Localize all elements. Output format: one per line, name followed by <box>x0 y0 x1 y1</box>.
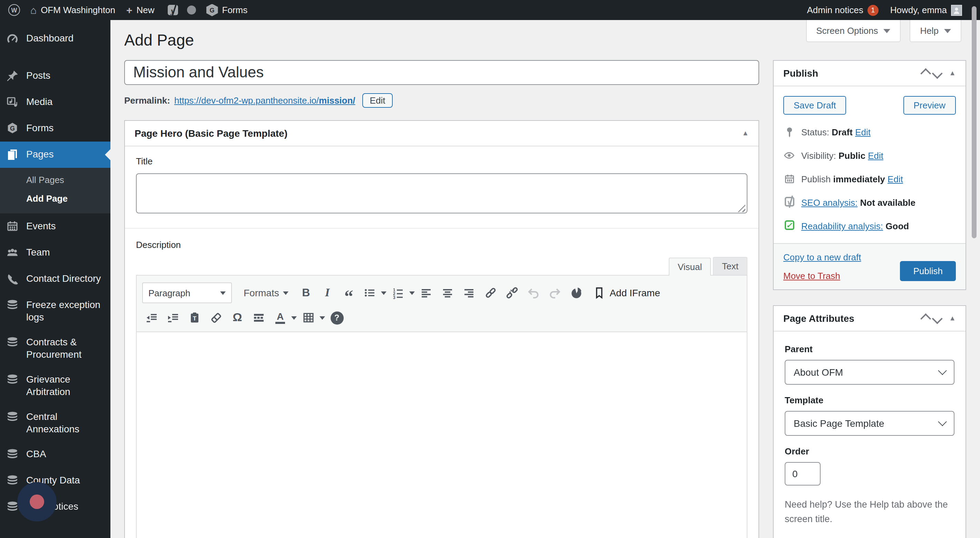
align-right-button[interactable] <box>460 284 479 302</box>
sidebar-subitem-add-page[interactable]: Add Page <box>0 189 110 208</box>
collapse-toggle-icon[interactable]: ▲ <box>949 70 956 77</box>
undo-button[interactable] <box>524 284 544 302</box>
admin-notices-label: Admin notices <box>807 5 863 15</box>
pie-chart-button[interactable] <box>567 284 586 302</box>
chevron-down-icon <box>381 291 387 295</box>
sidebar-item-forms[interactable]: G Forms <box>0 115 110 142</box>
site-home-link[interactable]: ⌂ OFM Washinghton <box>30 5 115 15</box>
text-color-button[interactable]: A <box>270 309 297 327</box>
gravity-forms-menu[interactable]: G Forms <box>206 4 248 16</box>
editor-toolbar: Paragraph Formats B I “ <box>137 276 747 332</box>
edit-status-link[interactable]: Edit <box>855 127 870 137</box>
preview-button[interactable]: Preview <box>904 96 956 115</box>
template-select[interactable]: Basic Page Template <box>785 411 955 436</box>
save-draft-button[interactable]: Save Draft <box>783 96 846 115</box>
sidebar-item-team[interactable]: Team <box>0 239 110 266</box>
sidebar-item-contracts-procurement[interactable]: Contracts & Procurement <box>0 329 110 367</box>
parent-select[interactable]: About OFM <box>785 360 955 385</box>
screen-options-label: Screen Options <box>816 26 878 36</box>
formats-dropdown[interactable]: Formats <box>238 284 294 302</box>
tab-visual[interactable]: Visual <box>669 258 711 276</box>
sidebar-subitem-all-pages[interactable]: All Pages <box>0 171 110 189</box>
sidebar-item-freeze-exception-logs[interactable]: Freeze exception logs <box>0 292 110 329</box>
edit-permalink-button[interactable]: Edit <box>362 93 393 108</box>
new-content-menu[interactable]: + New <box>126 5 154 15</box>
page-attributes-header[interactable]: Page Attributes ▲ <box>774 306 966 332</box>
sidebar-item-label: Central Annexations <box>26 410 105 435</box>
unlink-button[interactable] <box>503 284 522 302</box>
sidebar-item-contact-directory[interactable]: Contact Directory <box>0 266 110 292</box>
move-up-icon[interactable] <box>920 313 931 324</box>
keyboard-shortcuts-help-button[interactable]: ? <box>327 309 347 327</box>
editor-content-area[interactable] <box>137 332 747 538</box>
special-character-button[interactable]: Ω <box>228 309 247 327</box>
indent-button[interactable] <box>164 309 183 327</box>
page-hero-header[interactable]: Page Hero (Basic Page Template) ▲ <box>125 121 759 147</box>
admin-notices-menu[interactable]: Admin notices 1 <box>807 5 878 16</box>
table-button[interactable] <box>299 309 325 327</box>
clear-formatting-button[interactable] <box>206 309 226 327</box>
post-title-input[interactable] <box>124 60 759 85</box>
redo-button[interactable] <box>546 284 565 302</box>
wordpress-logo-menu[interactable]: W <box>8 4 20 16</box>
read-more-button[interactable] <box>249 309 269 327</box>
screen-options-tab[interactable]: Screen Options <box>806 20 900 42</box>
parent-select-value: About OFM <box>794 367 843 378</box>
sidebar-item-pages[interactable]: Pages <box>0 142 110 168</box>
italic-button[interactable]: I <box>318 284 337 302</box>
readability-analysis-link[interactable]: Readability analysis: <box>801 221 883 231</box>
move-to-trash-link[interactable]: Move to Trash <box>783 271 861 281</box>
collapse-toggle-icon[interactable]: ▲ <box>949 315 956 322</box>
numbered-list-button[interactable]: 123 <box>389 284 415 302</box>
publish-button[interactable]: Publish <box>900 261 956 281</box>
sidebar-item-media[interactable]: Media <box>0 89 110 115</box>
outdent-button[interactable] <box>142 309 161 327</box>
text-color-letter: A <box>277 311 284 321</box>
edit-visibility-link[interactable]: Edit <box>868 150 883 161</box>
copy-to-new-draft-link[interactable]: Copy to a new draft <box>783 252 861 262</box>
sidebar-item-posts[interactable]: Posts <box>0 63 110 89</box>
editor-column: Permalink: https://dev-ofm2-wp.pantheons… <box>124 60 759 538</box>
sidebar-item-events[interactable]: Events <box>0 213 110 239</box>
collapse-toggle-icon[interactable]: ▲ <box>742 130 749 137</box>
blockquote-button[interactable]: “ <box>339 280 358 306</box>
permalink-link[interactable]: https://dev-ofm2-wp.pantheonsite.io/miss… <box>174 95 355 106</box>
sidebar-item-county-data[interactable]: County Data <box>0 468 110 494</box>
sidebar-item-cba[interactable]: CBA <box>0 441 110 468</box>
scrollbar-thumb[interactable] <box>972 6 977 238</box>
align-center-button[interactable] <box>439 284 458 302</box>
status-row: Status: Draft Edit <box>783 126 956 138</box>
admin-menu: Dashboard Posts Media G Forms <box>0 20 110 538</box>
notification-dot[interactable] <box>187 6 196 14</box>
hero-title-textarea[interactable] <box>136 173 748 213</box>
my-account-menu[interactable]: Howdy, emma <box>890 5 962 16</box>
sidebar-item-partially-hidden[interactable]: rance <box>0 532 110 538</box>
move-up-icon[interactable] <box>920 68 931 78</box>
seo-analysis-link[interactable]: SEO analysis: <box>801 198 858 208</box>
phone-icon <box>6 272 19 286</box>
add-iframe-button[interactable]: Add IFrame <box>592 286 660 300</box>
add-iframe-label: Add IFrame <box>610 287 660 299</box>
tab-text[interactable]: Text <box>713 257 748 275</box>
move-down-icon[interactable] <box>932 68 943 78</box>
sidebar-item-dashboard[interactable]: Dashboard <box>0 26 110 52</box>
sidebar-item-central-annexations[interactable]: Central Annexations <box>0 404 110 441</box>
edit-schedule-link[interactable]: Edit <box>888 174 903 184</box>
chevron-down-icon <box>283 291 289 295</box>
sidebar-item-label: Contact Directory <box>26 272 101 284</box>
sidebar-item-grievance-arbitration[interactable]: Grievance Arbitration <box>0 367 110 404</box>
order-input[interactable] <box>785 462 821 485</box>
yoast-admin-bar-menu[interactable]: y <box>168 5 178 15</box>
publish-header[interactable]: Publish ▲ <box>774 61 966 86</box>
plus-icon: + <box>126 5 132 15</box>
media-icon <box>6 95 19 109</box>
paste-as-text-button[interactable]: T <box>185 309 204 327</box>
bold-button[interactable]: B <box>296 284 316 302</box>
help-tab[interactable]: Help <box>910 20 962 42</box>
paragraph-style-select[interactable]: Paragraph <box>142 283 232 303</box>
visibility-label: Visibility: <box>801 150 836 161</box>
link-button[interactable] <box>481 284 501 302</box>
bullet-list-button[interactable] <box>361 284 387 302</box>
move-down-icon[interactable] <box>932 313 943 324</box>
align-left-button[interactable] <box>417 284 436 302</box>
